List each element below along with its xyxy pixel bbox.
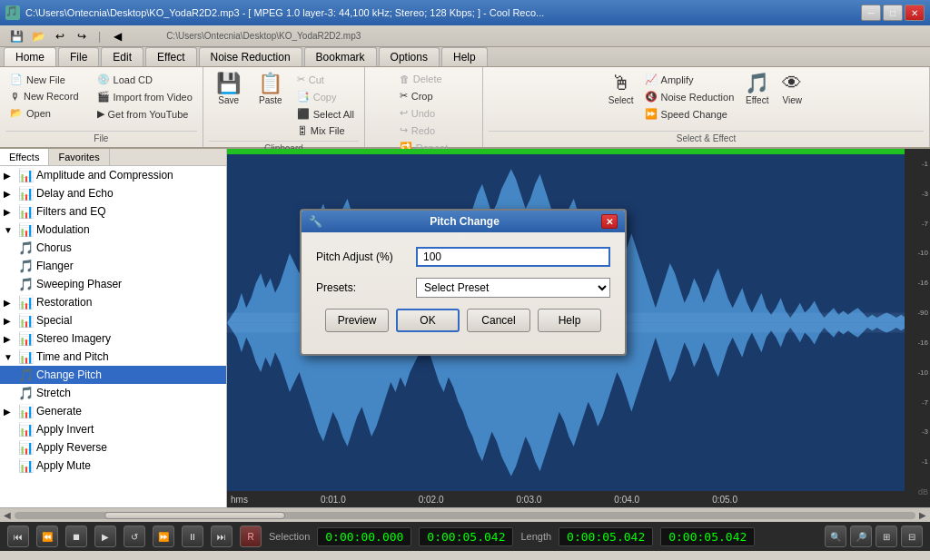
expand-icon: ▶	[4, 407, 16, 417]
stereo-icon: 📊	[18, 331, 33, 346]
crop-button[interactable]: ✂ Crop	[395, 87, 452, 104]
sidebar-tab-effects[interactable]: Effects	[0, 149, 49, 165]
transport-forward[interactable]: ⏩	[153, 526, 174, 547]
amplify-icon: 📈	[645, 74, 658, 85]
ok-button[interactable]: OK	[396, 309, 460, 332]
qa-undo[interactable]: ↩	[51, 28, 69, 44]
cancel-button[interactable]: Cancel	[467, 309, 530, 332]
sidebar-tab-bar: Effects Favorites	[0, 149, 226, 166]
tree-item-change-pitch[interactable]: 🎵 Change Pitch	[0, 366, 226, 384]
scroll-bar[interactable]: ◀ ▶	[0, 507, 930, 522]
undo-button[interactable]: ↩ Undo	[395, 104, 452, 122]
select-button[interactable]: 🖱 Select	[604, 71, 638, 108]
tab-edit[interactable]: Edit	[101, 47, 143, 66]
tree-item-generate[interactable]: ▶ 📊 Generate	[0, 402, 226, 420]
tab-options[interactable]: Options	[379, 47, 440, 66]
noise-reduction-icon: 🔇	[645, 91, 658, 103]
scroll-right-btn[interactable]: ▶	[919, 510, 926, 520]
transport-loop[interactable]: ↺	[124, 526, 145, 547]
pitch-adjust-input[interactable]	[416, 247, 610, 267]
zoom-out-button[interactable]: 🔎	[850, 526, 872, 547]
tab-bookmark[interactable]: Bookmark	[304, 47, 377, 66]
record-button[interactable]: R	[240, 526, 262, 547]
tab-effect[interactable]: Effect	[145, 47, 196, 66]
tree-item-modulation[interactable]: ▼ 📊 Modulation	[0, 221, 226, 239]
dialog-body: Pitch Adjust (%) Presets: Select Preset …	[302, 232, 625, 354]
scroll-track[interactable]	[15, 512, 915, 519]
qa-save[interactable]: 💾	[7, 28, 25, 44]
transport-stop[interactable]: ⏹	[65, 526, 87, 547]
maximize-button[interactable]: □	[883, 5, 903, 21]
tab-help[interactable]: Help	[441, 47, 488, 66]
tree-item-restoration[interactable]: ▶ 📊 Restoration	[0, 293, 226, 311]
scroll-left-btn[interactable]: ◀	[4, 510, 11, 520]
transport-rewind[interactable]: ⏪	[36, 526, 58, 547]
preview-button[interactable]: Preview	[325, 309, 389, 332]
effect-button[interactable]: 🎵 Effect	[740, 71, 774, 108]
transport-skip-back[interactable]: ⏮	[7, 526, 29, 547]
new-record-button[interactable]: 🎙 New Record	[5, 88, 84, 104]
transport-skip-forward[interactable]: ⏭	[211, 526, 232, 547]
ribbon-select-effect-content: 🖱 Select 📈 Amplify 🔇 Noise Reduction ⏩ S…	[604, 71, 809, 129]
cut-button[interactable]: ✂ Cut	[292, 71, 359, 88]
zoom-reset-button[interactable]: ⊟	[901, 526, 923, 547]
db-scale: -1 -3 -7 -10 -16 -90 -16 -10 -7 -3 -1 dB	[905, 149, 930, 507]
import-video-button[interactable]: 🎬 Import from Video	[93, 88, 197, 105]
generate-icon: 📊	[18, 404, 33, 418]
tree-item-special[interactable]: ▶ 📊 Special	[0, 311, 226, 329]
amplify-button[interactable]: 📈 Amplify	[640, 71, 739, 88]
tree-item-delay[interactable]: ▶ 📊 Delay and Echo	[0, 184, 226, 202]
scroll-thumb[interactable]	[104, 512, 284, 519]
presets-select[interactable]: Select Preset Chipmunk (+50%) Deep Voice…	[416, 278, 610, 298]
tree-item-flanger[interactable]: 🎵 Flanger	[0, 257, 226, 275]
sidebar: Effects Favorites ▶ 📊 Amplitude and Comp…	[0, 149, 227, 507]
tab-file[interactable]: File	[58, 47, 99, 66]
tree-item-stereo[interactable]: ▶ 📊 Stereo Imagery	[0, 329, 226, 348]
speed-change-button[interactable]: ⏩ Speed Change	[640, 105, 739, 123]
dialog-title-bar[interactable]: 🔧 Pitch Change ✕	[302, 211, 625, 232]
chorus-icon: 🎵	[18, 241, 33, 255]
qa-open[interactable]: 📂	[29, 28, 47, 44]
transport-pause[interactable]: ⏸	[182, 526, 203, 547]
dialog-close-button[interactable]: ✕	[601, 214, 618, 229]
transport-play[interactable]: ▶	[94, 526, 116, 547]
tree-item-apply-reverse[interactable]: 📊 Apply Reverse	[0, 438, 226, 457]
redo-button[interactable]: ↪ Redo	[395, 122, 452, 139]
tree-item-amplitude[interactable]: ▶ 📊 Amplitude and Compression	[0, 166, 226, 184]
view-button[interactable]: 👁 View	[776, 71, 808, 108]
tree-item-apply-invert[interactable]: 📊 Apply Invert	[0, 420, 226, 438]
qa-prev[interactable]: ◀	[108, 28, 126, 44]
tab-noise-reduction[interactable]: Noise Reduction	[199, 47, 302, 66]
restoration-icon: 📊	[18, 295, 33, 309]
tree-item-time-pitch[interactable]: ▼ 📊 Time and Pitch	[0, 348, 226, 366]
qa-redo[interactable]: ↪	[73, 28, 91, 44]
delete-button[interactable]: 🗑 Delete	[395, 71, 452, 87]
copy-button[interactable]: 📑 Copy	[292, 88, 359, 105]
expand-icon: ▶	[4, 316, 16, 326]
new-file-button[interactable]: 📄 Amplitude and Compression New File	[5, 71, 84, 88]
mix-file-button[interactable]: 🎛 Mix File	[292, 123, 359, 139]
time-ruler: hms 0:01.0 0:02.0 0:03.0 0:04.0 0:05.0	[227, 491, 930, 507]
sidebar-tab-favorites[interactable]: Favorites	[49, 149, 109, 165]
paste-button[interactable]: 📋 Paste	[251, 71, 291, 108]
tree-item-apply-mute[interactable]: 📊 Apply Mute	[0, 457, 226, 475]
tree-item-filters[interactable]: ▶ 📊 Filters and EQ	[0, 202, 226, 221]
tab-home[interactable]: Home	[4, 47, 56, 66]
zoom-fit-button[interactable]: ⊞	[876, 526, 897, 547]
ribbon-select-effect-label: Select & Effect	[489, 131, 924, 143]
tree-item-sweeping-phaser[interactable]: 🎵 Sweeping Phaser	[0, 275, 226, 293]
close-button[interactable]: ✕	[905, 5, 925, 21]
tree-item-chorus[interactable]: 🎵 Chorus	[0, 239, 226, 257]
load-cd-button[interactable]: 💿 Load CD	[93, 71, 197, 88]
select-all-button[interactable]: ⬛ Select All	[292, 105, 359, 123]
noise-reduction-button[interactable]: 🔇 Noise Reduction	[640, 88, 739, 105]
minimize-button[interactable]: ─	[861, 5, 881, 21]
get-youtube-button[interactable]: ▶ Get from YouTube	[93, 105, 197, 123]
open-button[interactable]: 📂 Open	[5, 104, 84, 122]
help-button[interactable]: Help	[538, 309, 601, 332]
expand-icon: ▶	[4, 207, 16, 217]
save-button[interactable]: 💾 Save	[209, 71, 249, 108]
tree-item-stretch[interactable]: 🎵 Stretch	[0, 384, 226, 402]
zoom-in-button[interactable]: 🔍	[825, 526, 846, 547]
cut-icon: ✂	[297, 74, 305, 85]
